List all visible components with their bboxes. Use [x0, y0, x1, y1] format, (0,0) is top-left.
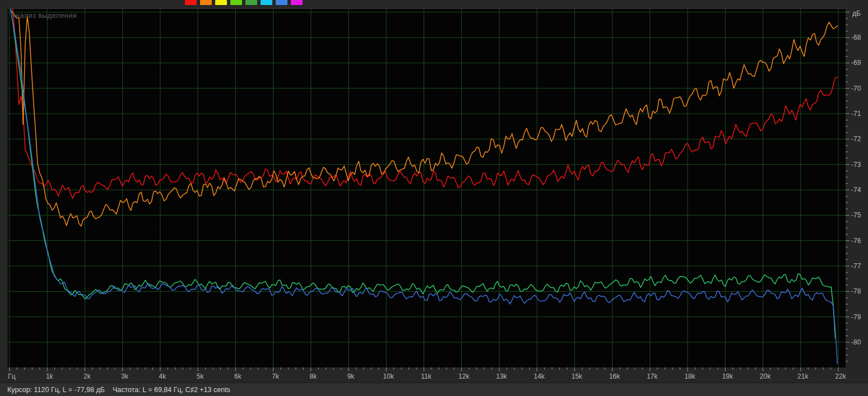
palette-swatch-cyan[interactable]	[261, 0, 272, 5]
frequency-tick-label: 3k	[121, 372, 129, 380]
db-tick-label: -77	[851, 262, 861, 270]
frequency-ruler[interactable]: Гц1k2k3k4k5k6k7k8k9k10k11k12k13k14k15k16…	[0, 367, 868, 383]
frequency-analysis-panel: Анализ выделения дБ-68-69-70-71-72-73-74…	[0, 0, 868, 396]
db-tick-label: -68	[851, 34, 861, 41]
db-tick-label: -73	[851, 161, 861, 169]
top-toolbar-strip	[0, 0, 868, 8]
frequency-tick-label: 21k	[797, 372, 809, 380]
frequency-tick-label: 2k	[83, 372, 91, 380]
frequency-tick-label: 8k	[309, 372, 317, 380]
frequency-ruler-canvas: Гц1k2k3k4k5k6k7k8k9k10k11k12k13k14k15k16…	[0, 367, 868, 383]
frequency-tick-label: 22k	[835, 372, 846, 380]
palette-swatch-dark-green[interactable]	[245, 0, 257, 5]
status-bar: Курсор: 1120 Гц, L = -77,98 дБ Частота: …	[0, 383, 868, 396]
frequency-tick-label: 15k	[572, 372, 583, 380]
frequency-tick-label: 13k	[496, 372, 507, 380]
palette-swatch-magenta[interactable]	[291, 0, 303, 5]
frequency-tick-label: 5k	[197, 372, 205, 380]
palette-swatch-blue[interactable]	[276, 0, 287, 5]
frequency-tick-label: 16k	[609, 372, 620, 380]
frequency-tick-label: Гц	[8, 372, 15, 380]
frequency-tick-label: 20k	[760, 372, 771, 380]
db-ruler-canvas: дБ-68-69-70-71-72-73-74-75-76-77-78-79-8…	[846, 8, 868, 382]
palette-swatch-green[interactable]	[230, 0, 242, 5]
db-tick-label: -79	[851, 313, 861, 321]
db-tick-label: -76	[851, 237, 861, 245]
palette-swatch-orange[interactable]	[200, 0, 212, 5]
db-tick-label: -74	[851, 186, 861, 194]
frequency-tick-label: 19k	[722, 372, 734, 380]
frequency-tick-label: 6k	[234, 372, 242, 380]
color-palette	[185, 0, 303, 5]
palette-swatch-yellow[interactable]	[215, 0, 227, 5]
db-tick-label: -70	[851, 85, 861, 92]
frequency-tick-label: 18k	[684, 372, 695, 380]
db-tick-label: -75	[851, 211, 861, 219]
palette-swatch-red[interactable]	[185, 0, 197, 5]
db-tick-label: -72	[851, 135, 861, 143]
frequency-tick-label: 7k	[272, 372, 280, 380]
frequency-readout: Частота: L = 69,84 Гц, C♯2 +13 cents	[113, 386, 230, 394]
cursor-readout: Курсор: 1120 Гц, L = -77,98 дБ	[7, 386, 105, 394]
frequency-tick-label: 10k	[383, 372, 394, 380]
db-tick-label: -71	[851, 110, 861, 118]
db-unit-label: дБ	[852, 10, 861, 17]
curve-green-trace	[11, 9, 835, 338]
frequency-tick-label: 4k	[159, 372, 167, 380]
frequency-tick-label: 9k	[347, 372, 355, 380]
db-tick-label: -78	[851, 287, 861, 295]
frequency-tick-label: 12k	[458, 372, 470, 380]
frequency-tick-label: 14k	[533, 372, 545, 380]
frequency-tick-label: 1k	[46, 372, 54, 380]
db-tick-label: -69	[851, 59, 861, 67]
frequency-tick-label: 11k	[421, 372, 431, 380]
db-ruler[interactable]: дБ-68-69-70-71-72-73-74-75-76-77-78-79-8…	[846, 8, 868, 382]
frequency-tick-label: 17k	[647, 372, 658, 380]
spectrum-plot[interactable]: Анализ выделения	[7, 8, 846, 367]
db-tick-label: -80	[851, 338, 861, 346]
spectrum-chart-canvas[interactable]	[8, 9, 846, 367]
